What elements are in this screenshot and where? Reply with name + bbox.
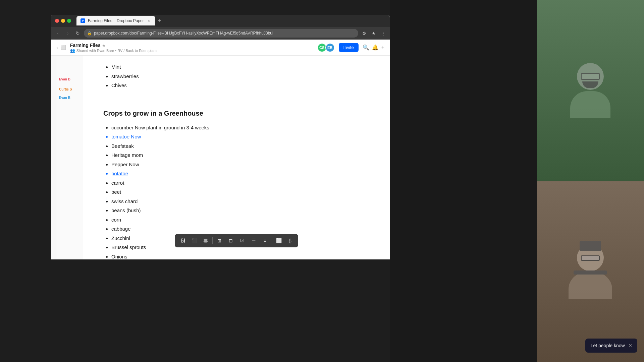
list-item-beet: beet	[111, 187, 370, 197]
invite-button[interactable]: Invite	[339, 43, 359, 52]
ft-divider-1	[212, 237, 213, 244]
left-sidebar	[51, 56, 56, 259]
back-button[interactable]: ‹	[54, 29, 62, 37]
list-item-onions: Onions	[111, 252, 370, 260]
list-item-tomatoe: tomatoe Now	[111, 132, 370, 141]
ft-check-button[interactable]: ☑	[237, 235, 248, 246]
floating-toolbar: 🖼 ⬛ ⊞ ⊟ ☑ ☰ ≡ ⬜ {}	[175, 234, 298, 247]
notification-bar: Let people know ×	[585, 339, 637, 353]
video-box-2	[537, 181, 644, 362]
list-item-cucumber: cucumber Now plant in ground in 3-4 week…	[111, 123, 370, 132]
comment-evan-b-2[interactable]: Evan B	[59, 96, 70, 100]
list-item-beans: beans (bush)	[111, 206, 370, 215]
tab-favicon: P	[80, 18, 85, 23]
nav-actions: ⚙ ★ ⋮	[360, 29, 387, 37]
breadcrumb: Farming Files ★ 👥 Shared with Evan Bare …	[70, 42, 158, 53]
ft-divider-2	[272, 237, 272, 244]
sidebar-toggle[interactable]: ‹	[56, 45, 58, 50]
favorite-icon[interactable]: ★	[102, 43, 106, 48]
ft-bullet-button[interactable]: ☰	[248, 235, 259, 246]
list-item-strawberries: strawberries	[111, 72, 370, 81]
doc-content: Mint strawberries Chives Crops to grow i…	[103, 56, 370, 259]
menu-button[interactable]: ⋮	[379, 29, 387, 37]
ft-divider-insert-button[interactable]: ⬜	[273, 235, 284, 246]
comment-markers: Evan B Curtis S Evan B	[56, 56, 83, 259]
close-window-button[interactable]	[55, 19, 59, 23]
ft-numbered-button[interactable]: ≡	[260, 235, 270, 246]
list-item-carrot: carrot	[111, 178, 370, 188]
title-bar: P Farming Files – Dropbox Paper × +	[51, 15, 390, 27]
ft-box-button[interactable]: ⬛	[189, 235, 200, 246]
layout-icon[interactable]: ⬜	[61, 45, 66, 50]
ft-code-button[interactable]: {}	[285, 235, 296, 246]
refresh-button[interactable]: ↻	[74, 29, 82, 37]
notification-text: Let people know	[591, 343, 625, 348]
list-item-swiss-chard: swiss chard	[111, 197, 370, 206]
breadcrumb-path: Shared with Evan Bare • RV / Back to Ede…	[76, 49, 158, 53]
forward-button[interactable]: ›	[64, 29, 72, 37]
add-icon[interactable]: +	[381, 44, 384, 51]
comment-evan-b-1[interactable]: Evan B	[59, 77, 70, 81]
desktop-bottom	[51, 259, 390, 362]
tab-bar: P Farming Files – Dropbox Paper × +	[76, 16, 163, 25]
minimize-window-button[interactable]	[61, 19, 65, 23]
breadcrumb-sub: 👥 Shared with Evan Bare • RV / Back to E…	[70, 48, 158, 53]
maximize-window-button[interactable]	[67, 19, 71, 23]
tab-label: Farming Files – Dropbox Paper	[88, 18, 144, 23]
list-item-corn: corn	[111, 215, 370, 225]
app-toolbar: ‹ ⬜ Farming Files ★ 👥 Shared with Evan B…	[51, 40, 390, 56]
desktop-left	[0, 0, 51, 362]
bell-icon[interactable]: 🔔	[372, 44, 379, 51]
new-tab-button[interactable]: +	[157, 17, 163, 24]
list-item-potatoe: potatoe	[111, 169, 370, 178]
video-box-1	[537, 0, 644, 181]
desktop-top	[51, 0, 390, 15]
search-icon[interactable]: 🔍	[363, 44, 369, 51]
comment-curtis-s[interactable]: Curtis S	[59, 87, 72, 91]
list-item-chives: Chives	[111, 81, 370, 90]
ft-grid-button[interactable]: ⊞	[214, 235, 225, 246]
notification-close-button[interactable]: ×	[629, 343, 632, 349]
desktop-right	[390, 0, 537, 362]
avatar-eb[interactable]: EB	[325, 43, 335, 52]
active-tab[interactable]: P Farming Files – Dropbox Paper ×	[76, 16, 155, 25]
nav-bar: ‹ › ↻ 🔒 paper.dropbox.com/doc/Farming-Fi…	[51, 27, 390, 40]
url-text: paper.dropbox.com/doc/Farming-Files--BHJ…	[94, 31, 355, 36]
ft-dropbox-button[interactable]	[200, 235, 211, 246]
list-item-beefsteak: Beefsteak	[111, 141, 370, 151]
svg-marker-1	[203, 240, 208, 243]
list-item-pepper: Pepper Now	[111, 160, 370, 169]
extensions-button[interactable]: ⚙	[360, 29, 368, 37]
section-heading-greenhouse: Crops to grow in a Greenhouse	[103, 108, 370, 119]
url-bar[interactable]: 🔒 paper.dropbox.com/doc/Farming-Files--B…	[84, 29, 358, 38]
ft-image-button[interactable]: 🖼	[177, 235, 188, 246]
bookmark-button[interactable]: ★	[370, 29, 378, 37]
lock-icon: 🔒	[87, 31, 92, 36]
toolbar-nav: ‹ ⬜	[56, 45, 66, 50]
browser-window: P Farming Files – Dropbox Paper × + ‹ › …	[51, 15, 390, 259]
toolbar-icons: 🔍 🔔 +	[363, 44, 384, 51]
editor-pane: Mint strawberries Chives Crops to grow i…	[83, 56, 390, 259]
list-item-heritage: Heritage mom	[111, 150, 370, 160]
doc-title: Farming Files	[70, 43, 101, 48]
content-area: Evan B Curtis S Evan B Mint strawberries…	[51, 56, 390, 259]
collaborator-avatars: CS EB	[317, 43, 335, 52]
share-icon: 👥	[70, 48, 75, 53]
traffic-lights	[55, 19, 71, 23]
tab-close-button[interactable]: ×	[147, 18, 151, 23]
initial-list: Mint strawberries Chives	[103, 62, 370, 90]
list-item-cabbage: cabbage	[111, 224, 370, 234]
video-panel	[537, 0, 644, 362]
ft-table-button[interactable]: ⊟	[225, 235, 236, 246]
list-item-mint: Mint	[111, 62, 370, 72]
